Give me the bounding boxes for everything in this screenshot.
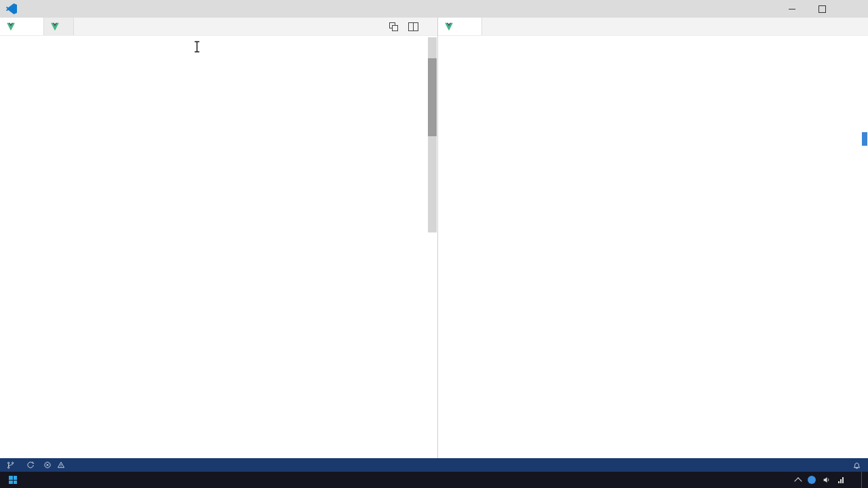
editor-app-vue[interactable] <box>0 36 437 458</box>
open-changes-icon[interactable] <box>389 22 398 31</box>
maximize-button[interactable] <box>807 0 837 18</box>
start-button[interactable] <box>0 472 26 488</box>
vue-icon <box>50 22 60 31</box>
editor-group-right <box>438 18 868 458</box>
status-bar <box>0 458 868 472</box>
tray-app-icon[interactable] <box>808 476 816 484</box>
vscode-window <box>0 0 868 488</box>
vue-icon <box>444 22 454 31</box>
problems-status[interactable] <box>43 461 68 469</box>
tab-bar-right <box>438 18 868 36</box>
tray-expand-icon[interactable] <box>794 477 802 485</box>
windows-taskbar <box>0 472 868 488</box>
vue-icon <box>6 22 16 31</box>
overview-modified-marker <box>862 132 867 146</box>
tab-left-vue[interactable] <box>44 18 74 35</box>
maximize-icon <box>818 5 826 13</box>
scrollbar-thumb[interactable] <box>428 58 437 136</box>
system-tray <box>795 472 868 488</box>
branch-icon <box>7 461 15 470</box>
errors-icon <box>43 461 52 469</box>
split-editor-icon[interactable] <box>408 22 418 31</box>
sync-icon <box>26 461 35 469</box>
minimize-icon <box>789 9 795 9</box>
tab-bar-left <box>0 18 437 36</box>
editor-actions <box>859 18 868 35</box>
editor-area <box>0 18 868 458</box>
tab-left-vue-right[interactable] <box>438 18 482 35</box>
close-button[interactable] <box>837 0 868 18</box>
windows-logo-icon <box>9 476 17 484</box>
window-controls <box>776 0 868 18</box>
notifications-bell-icon[interactable] <box>852 461 861 470</box>
network-icon[interactable] <box>838 477 844 483</box>
editor-left-vue[interactable] <box>438 36 868 458</box>
git-branch-status[interactable] <box>7 461 18 470</box>
minimize-button[interactable] <box>776 0 807 18</box>
show-desktop-button[interactable] <box>861 472 865 488</box>
title-bar <box>0 0 868 18</box>
warnings-icon <box>57 461 65 469</box>
tab-app-vue[interactable] <box>0 18 44 35</box>
editor-group-left <box>0 18 438 458</box>
sync-status[interactable] <box>26 461 35 469</box>
volume-icon[interactable] <box>823 476 831 484</box>
status-bar-right <box>798 461 861 470</box>
editor-actions <box>389 18 437 35</box>
vscode-logo-icon <box>6 3 17 14</box>
